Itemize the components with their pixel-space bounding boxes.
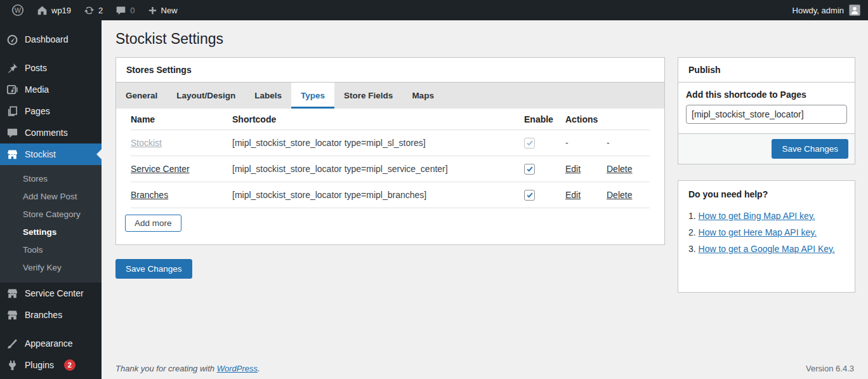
publish-box-title: Publish (678, 58, 855, 83)
stores-settings-box-title: Stores Settings (116, 58, 664, 83)
tab-layout-design[interactable]: Layout/Design (167, 83, 245, 109)
enable-checkbox[interactable] (524, 164, 535, 175)
tab-types[interactable]: Types (291, 83, 334, 109)
type-name-link[interactable]: Branches (131, 190, 168, 200)
admin-sidebar: Dashboard Posts Media Pages Comments (0, 20, 102, 379)
admin-bar: W wp19 2 0 New Howdy, (0, 0, 868, 20)
submenu-item-settings[interactable]: Settings (0, 223, 102, 241)
footer-thanks-period: . (258, 364, 260, 373)
publish-box: Publish Add this shortcode to Pages Save… (678, 57, 855, 164)
sidebar-item-appearance[interactable]: Appearance (0, 333, 102, 354)
admin-bar-left: W wp19 2 0 New (5, 0, 184, 20)
sidebar-item-media[interactable]: Media (0, 79, 102, 100)
wordpress-link[interactable]: WordPress (217, 364, 258, 373)
edit-link[interactable]: Edit (565, 164, 581, 174)
type-name-link[interactable]: Service Center (131, 164, 190, 174)
stores-settings-box: Stores Settings General Layout/Design La… (115, 57, 665, 245)
edit-link[interactable]: Edit (565, 190, 581, 200)
sidebar-item-posts[interactable]: Posts (0, 57, 102, 79)
tab-store-fields[interactable]: Store Fields (334, 83, 402, 109)
shortcode-field-label: Add this shortcode to Pages (686, 90, 847, 100)
site-name: wp19 (51, 6, 71, 15)
enable-checkbox[interactable] (524, 190, 535, 201)
store-icon (6, 309, 18, 321)
menu-separator (0, 326, 102, 333)
tab-general[interactable]: General (116, 83, 167, 109)
sidebar-item-dashboard[interactable]: Dashboard (0, 29, 102, 50)
sidebar-item-label: Service Center (25, 288, 84, 298)
update-count: 2 (98, 6, 103, 15)
media-icon (6, 84, 18, 96)
sidebar-item-label: Media (25, 84, 49, 95)
types-table: Name Shortcode Enable Actions Stockist [… (116, 109, 664, 208)
type-name-link[interactable]: Stockist (131, 138, 162, 148)
store-icon (6, 288, 18, 300)
table-row: Stockist [mipl_stockist_store_locator ty… (131, 130, 650, 156)
sidebar-item-label: Pages (25, 106, 50, 116)
dashboard-icon (6, 34, 18, 46)
wordpress-logo-icon: W (11, 4, 24, 17)
menu-separator (0, 50, 102, 57)
sidebar-item-service-center[interactable]: Service Center (0, 283, 102, 304)
sidebar-item-label: Appearance (25, 338, 73, 349)
submenu-item-verify-key[interactable]: Verify Key (0, 258, 102, 276)
footer-version: Version 6.4.3 (806, 364, 854, 373)
page-title: Stockist Settings (115, 30, 855, 48)
comment-count: 0 (130, 6, 135, 15)
wordpress-logo-menu[interactable]: W (5, 0, 30, 20)
new-content-menu[interactable]: New (141, 0, 184, 20)
comment-bubble-icon (115, 5, 126, 16)
help-box-title: Do you need help? (678, 181, 855, 201)
column-header-name: Name (131, 114, 232, 124)
account-menu[interactable]: Howdy, admin (792, 4, 860, 16)
svg-text:W: W (15, 6, 21, 14)
paintbrush-icon (6, 338, 18, 350)
sidebar-item-label: Dashboard (25, 34, 69, 44)
edit-placeholder: - (565, 138, 607, 148)
submenu-item-store-category[interactable]: Store Category (0, 205, 102, 223)
sidebar-item-comments[interactable]: Comments (0, 122, 102, 143)
save-changes-button[interactable]: Save Changes (115, 259, 192, 279)
shortcode-input[interactable] (686, 105, 847, 124)
type-shortcode: [mipl_stockist_store_locator type=mipl_s… (232, 138, 524, 148)
help-list-item: 3. How to get a Google Map API Key. (688, 244, 845, 254)
sidebar-item-plugins[interactable]: Plugins 2 (0, 354, 102, 376)
comments-menu[interactable]: 0 (109, 0, 141, 20)
help-list-item: 1. How to get Bing Map API key. (688, 211, 845, 221)
publish-save-changes-button[interactable]: Save Changes (772, 139, 848, 159)
new-label: New (161, 6, 178, 15)
here-map-api-link[interactable]: How to get Here Map API key. (699, 227, 817, 237)
submenu-item-stores[interactable]: Stores (0, 170, 102, 187)
plugin-icon (6, 359, 18, 371)
updates-menu[interactable]: 2 (77, 0, 109, 20)
tab-maps[interactable]: Maps (402, 83, 444, 109)
bing-map-api-link[interactable]: How to get Bing Map API key. (699, 211, 815, 221)
delete-link[interactable]: Delete (607, 164, 632, 174)
delete-link[interactable]: Delete (607, 190, 632, 200)
google-map-api-link[interactable]: How to get a Google Map API Key. (699, 244, 835, 254)
tab-labels[interactable]: Labels (245, 83, 291, 109)
type-shortcode: [mipl_stockist_store_locator type=mipl_b… (232, 190, 524, 200)
table-header-row: Name Shortcode Enable Actions (131, 109, 650, 130)
sidebar-item-pages[interactable]: Pages (0, 100, 102, 122)
submenu-item-add-new-post[interactable]: Add New Post (0, 187, 102, 205)
store-icon (6, 149, 18, 161)
help-list-item: 2. How to get Here Map API key. (688, 227, 845, 237)
howdy-text: Howdy, admin (792, 6, 844, 15)
enable-checkbox (524, 138, 535, 149)
comments-icon (6, 127, 18, 139)
site-menu[interactable]: wp19 (30, 0, 77, 20)
submenu-item-tools[interactable]: Tools (0, 241, 102, 258)
column-header-shortcode: Shortcode (232, 114, 524, 124)
avatar (849, 4, 860, 16)
sidebar-item-branches[interactable]: Branches (0, 304, 102, 326)
sidebar-item-stockist[interactable]: Stockist (0, 143, 102, 165)
plugins-update-badge: 2 (64, 359, 76, 371)
help-box: Do you need help? 1. How to get Bing Map… (678, 180, 855, 293)
table-row: Service Center [mipl_stockist_store_loca… (131, 156, 650, 182)
pushpin-icon (6, 62, 18, 74)
delete-placeholder: - (607, 138, 650, 148)
column-header-actions: Actions (565, 114, 607, 124)
sidebar-item-label: Branches (25, 310, 62, 320)
add-more-button[interactable]: Add more (125, 215, 181, 232)
